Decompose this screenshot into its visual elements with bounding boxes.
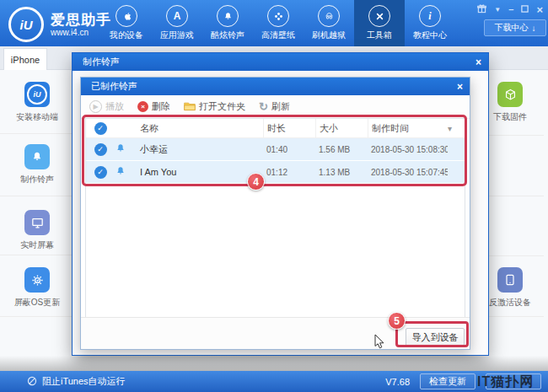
window-bottom-shadow	[0, 356, 548, 371]
dialog-title-bar: 制作铃声 ×	[73, 53, 488, 71]
ringtone-size: 1.56 MB	[315, 145, 368, 154]
play-icon: ▶	[89, 100, 102, 113]
appstore-icon: A	[166, 5, 188, 27]
bell-icon	[217, 5, 239, 27]
window-controls: ▼ – ×	[477, 4, 543, 15]
open-folder-button[interactable]: 打开文件夹	[184, 100, 245, 113]
download-icon: ↓	[532, 24, 536, 33]
download-center-label: 下载中心	[495, 22, 529, 34]
dialog-title: 已制作铃声	[91, 80, 137, 93]
select-all-checkbox[interactable]: ✓	[86, 122, 115, 135]
firmware-cube-icon	[497, 82, 523, 107]
ringtone-duration: 01:40	[263, 145, 315, 154]
ringtone-created: 2018-05-30 15:07:45	[368, 168, 448, 177]
row-checkbox[interactable]: ✓	[86, 143, 115, 156]
ringtone-toolbar: ▶ 播放 × 删除 打开文件夹 ↻ 刷新	[81, 95, 470, 119]
mouse-cursor	[374, 334, 385, 353]
column-name[interactable]: 名称	[137, 122, 263, 135]
sidebar-item-label: 制作铃声	[20, 174, 54, 185]
device-icon	[497, 267, 523, 293]
main-nav: 我的设备 A 应用游戏 酷炫铃声 高清壁纸	[101, 0, 455, 46]
ringtone-duration: 01:12	[263, 168, 315, 177]
i4-logo-icon: iU	[8, 7, 44, 42]
column-size[interactable]: 大小	[315, 119, 368, 137]
version-label: V7.68	[385, 377, 410, 387]
annotation-step-4-badge: 4	[247, 173, 265, 191]
delete-icon: ×	[137, 101, 148, 112]
nav-label: 教程中心	[413, 30, 447, 41]
column-created[interactable]: 制作时间	[368, 119, 448, 137]
statusbar-extra-button[interactable]	[486, 373, 541, 389]
close-icon[interactable]: ×	[475, 56, 481, 68]
refresh-label: 刷新	[271, 100, 290, 113]
ringtone-name: I Am You	[137, 167, 263, 177]
ringtone-name: 小幸运	[137, 143, 263, 156]
nav-apps-games[interactable]: A 应用游戏	[152, 0, 202, 46]
list-header-row[interactable]: ✓ 名称 时长 大小 制作时间 ▾	[86, 119, 465, 138]
open-folder-label: 打开文件夹	[199, 100, 245, 113]
nav-wallpapers[interactable]: 高清壁纸	[253, 0, 304, 46]
block-itunes-toggle[interactable]: 阻止iTunes自动运行	[27, 375, 126, 388]
nav-jailbreak[interactable]: 刷机越狱	[304, 0, 354, 46]
nav-my-device[interactable]: 我的设备	[101, 0, 152, 46]
sidebar-item-make-ringtone[interactable]: 制作铃声	[0, 144, 74, 185]
column-duration[interactable]: 时长	[263, 119, 315, 137]
maximize-icon[interactable]	[521, 5, 529, 14]
nav-toolbox[interactable]: 工具箱	[354, 0, 405, 46]
check-icon: ✓	[94, 122, 107, 135]
sidebar-item-label: 实时屏幕	[20, 239, 54, 251]
table-row[interactable]: ✓ I Am You 01:12 1.13 MB 2018-05-30 15:0…	[86, 161, 465, 184]
delete-button[interactable]: × 删除	[137, 100, 170, 113]
dialog-made-ringtones: 已制作铃声 × ▶ 播放 × 删除 打开文件夹 ↻ 刷新	[80, 77, 470, 350]
sidebar-item-install-mobile[interactable]: iU 安装移动端	[0, 82, 74, 123]
folder-icon	[184, 101, 196, 113]
ringtone-list: ✓ 名称 时长 大小 制作时间 ▾ ✓ 小幸运 01:40 1.56 MB	[85, 118, 465, 319]
import-to-device-button[interactable]: 导入到设备	[406, 328, 465, 347]
close-icon[interactable]: ×	[457, 81, 463, 93]
nav-label: 工具箱	[367, 30, 392, 41]
chevron-down-icon[interactable]: ▾	[448, 124, 465, 133]
top-bar: iU 爱思助手 www.i4.cn 我的设备 A 应用游戏 酷炫铃声	[0, 0, 548, 46]
ringtone-created: 2018-05-30 15:08:30	[368, 145, 448, 154]
status-bar: 阻止iTunes自动运行 V7.68 检查更新	[0, 371, 548, 392]
gift-icon[interactable]	[477, 4, 486, 15]
row-checkbox[interactable]: ✓	[86, 166, 115, 179]
ringtone-size: 1.13 MB	[315, 168, 368, 177]
refresh-icon: ↻	[259, 100, 268, 113]
tab-iphone[interactable]: iPhone	[3, 48, 47, 70]
play-button[interactable]: ▶ 播放	[89, 100, 124, 113]
table-row[interactable]: ✓ 小幸运 01:40 1.56 MB 2018-05-30 15:08:30	[86, 138, 465, 161]
nav-label: 刷机越狱	[312, 30, 346, 41]
download-center-button[interactable]: 下载中心 ↓	[484, 19, 546, 36]
play-label: 播放	[105, 100, 124, 113]
check-icon: ✓	[94, 166, 107, 179]
check-update-button[interactable]: 检查更新	[420, 373, 475, 389]
sidebar-item-live-screen[interactable]: 实时屏幕	[0, 210, 74, 251]
nav-ringtones[interactable]: 酷炫铃声	[202, 0, 253, 46]
statusbar-right: V7.68 检查更新	[385, 373, 541, 389]
nav-tutorials[interactable]: i 教程中心	[405, 0, 455, 46]
nav-label: 高清壁纸	[261, 30, 295, 41]
block-itunes-label: 阻止iTunes自动运行	[42, 375, 126, 388]
sidebar-item-block-os-update[interactable]: 屏蔽OS更新	[0, 267, 74, 309]
prohibit-icon	[27, 376, 37, 388]
skin-icon[interactable]: ▼	[494, 5, 501, 14]
annotation-step-5-badge: 5	[388, 312, 406, 330]
sidebar-item-label: 下载固件	[493, 111, 527, 123]
sidebar-item-label: 反激活设备	[489, 297, 531, 309]
ringtone-bell-icon	[115, 165, 137, 179]
flower-icon	[267, 5, 289, 27]
minimize-icon[interactable]: –	[508, 5, 513, 14]
gear-update-icon	[24, 267, 50, 293]
nav-label: 酷炫铃声	[211, 30, 244, 41]
ringtone-bell-icon	[24, 144, 50, 169]
i4-app-icon: iU	[24, 82, 50, 107]
dialog-title-bar: 已制作铃声 ×	[81, 78, 470, 95]
ringtone-bell-icon	[115, 142, 137, 156]
nav-label: 我的设备	[110, 30, 143, 41]
refresh-button[interactable]: ↻ 刷新	[259, 100, 290, 113]
nav-label: 应用游戏	[160, 30, 194, 41]
close-icon[interactable]: ×	[536, 5, 543, 14]
info-icon: i	[419, 5, 441, 27]
sidebar-item-label: 屏蔽OS更新	[14, 297, 60, 309]
